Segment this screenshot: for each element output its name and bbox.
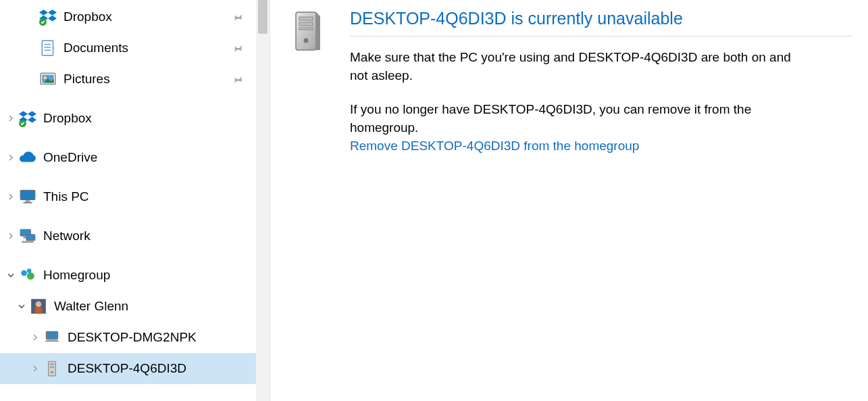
content-header: DESKTOP-4Q6DI3D is currently unavailable… xyxy=(286,8,852,171)
error-headline: DESKTOP-4Q6DI3D is currently unavailable xyxy=(350,8,852,37)
error-message-2-block: If you no longer have DESKTOP-4Q6DI3D, y… xyxy=(350,101,809,155)
chevron-right-icon[interactable] xyxy=(28,362,42,375)
svg-point-25 xyxy=(21,270,27,276)
quickaccess-item-dropbox[interactable]: Dropbox xyxy=(0,1,270,32)
tree-label: Network xyxy=(43,229,251,243)
chevron-right-icon[interactable] xyxy=(4,190,18,204)
pin-icon xyxy=(232,11,244,23)
sidebar-scrollbar[interactable] xyxy=(256,0,270,401)
navigation-pane: Dropbox Documents Pictures xyxy=(0,0,270,401)
svg-rect-39 xyxy=(299,17,313,20)
tree-item-network[interactable]: Network xyxy=(0,220,270,252)
svg-marker-0 xyxy=(39,9,48,16)
monitor-icon xyxy=(19,188,36,206)
svg-marker-3 xyxy=(48,16,57,22)
scrollbar-thumb[interactable] xyxy=(258,0,267,34)
svg-point-36 xyxy=(51,371,53,373)
chevron-right-icon[interactable] xyxy=(4,229,18,243)
dropbox-icon xyxy=(39,8,57,26)
svg-rect-23 xyxy=(24,237,26,238)
homegroup-icon xyxy=(19,266,36,284)
laptop-icon xyxy=(43,329,61,346)
svg-rect-41 xyxy=(299,28,313,30)
svg-rect-5 xyxy=(42,41,53,55)
tree-item-homegroup[interactable]: Homegroup xyxy=(0,260,270,291)
svg-marker-32 xyxy=(45,339,59,341)
svg-point-29 xyxy=(36,301,42,307)
user-avatar-icon xyxy=(30,298,47,315)
tree-item-homegroup-user[interactable]: Walter Glenn xyxy=(0,291,270,322)
remove-from-homegroup-link[interactable]: Remove DESKTOP-4Q6DI3D from the homegrou… xyxy=(350,139,639,153)
chevron-down-icon[interactable] xyxy=(4,268,18,282)
tree-label: DESKTOP-DMG2NPK xyxy=(68,330,251,345)
chevron-right-icon[interactable] xyxy=(28,331,42,344)
content-pane: DESKTOP-4Q6DI3D is currently unavailable… xyxy=(270,0,868,401)
tree-item-dropbox[interactable]: Dropbox xyxy=(0,103,270,134)
svg-rect-20 xyxy=(24,202,32,204)
documents-icon xyxy=(39,39,57,57)
pin-icon xyxy=(232,73,244,85)
svg-rect-40 xyxy=(299,22,313,26)
svg-rect-22 xyxy=(26,235,35,241)
tree-label: Homegroup xyxy=(43,268,251,283)
tree-item-machine-selected[interactable]: DESKTOP-4Q6DI3D xyxy=(0,353,270,384)
quickaccess-item-pictures[interactable]: Pictures xyxy=(0,64,270,95)
svg-point-11 xyxy=(44,76,47,79)
pictures-icon xyxy=(39,70,57,88)
tree-item-thispc[interactable]: This PC xyxy=(0,181,270,212)
computer-tower-icon xyxy=(286,11,330,54)
quickaccess-label: Documents xyxy=(63,41,232,55)
error-message-1: Make sure that the PC you're using and D… xyxy=(350,49,809,85)
tree-item-onedrive[interactable]: OneDrive xyxy=(0,142,270,173)
chevron-right-icon[interactable] xyxy=(4,112,18,125)
tree-label: DESKTOP-4Q6DI3D xyxy=(68,361,251,376)
tree-label: Dropbox xyxy=(43,111,251,126)
quickaccess-item-documents[interactable]: Documents xyxy=(0,32,270,64)
quickaccess-label: Dropbox xyxy=(63,9,232,24)
svg-marker-1 xyxy=(48,9,57,16)
error-message-2: If you no longer have DESKTOP-4Q6DI3D, y… xyxy=(350,102,751,135)
tree-label: Walter Glenn xyxy=(54,299,251,314)
svg-rect-30 xyxy=(35,307,43,314)
svg-rect-35 xyxy=(50,367,55,368)
quickaccess-label: Pictures xyxy=(63,72,232,87)
svg-marker-14 xyxy=(28,111,36,117)
svg-rect-18 xyxy=(20,190,35,199)
onedrive-icon xyxy=(19,149,36,166)
svg-marker-13 xyxy=(19,111,28,117)
tree-label: This PC xyxy=(43,189,251,204)
chevron-down-icon[interactable] xyxy=(15,300,28,313)
chevron-right-icon[interactable] xyxy=(4,151,18,164)
svg-marker-16 xyxy=(28,117,36,123)
network-icon xyxy=(19,227,36,245)
computer-tower-icon xyxy=(43,360,61,377)
pin-icon xyxy=(232,42,244,54)
tree-item-machine[interactable]: DESKTOP-DMG2NPK xyxy=(0,322,270,353)
content-body: DESKTOP-4Q6DI3D is currently unavailable… xyxy=(350,8,852,171)
svg-point-27 xyxy=(27,268,31,273)
svg-point-42 xyxy=(304,39,309,43)
tree-label: OneDrive xyxy=(43,150,251,165)
svg-rect-19 xyxy=(26,200,30,202)
svg-rect-31 xyxy=(46,331,57,339)
svg-marker-38 xyxy=(316,12,320,50)
svg-point-26 xyxy=(27,273,34,280)
dropbox-icon xyxy=(19,110,36,127)
svg-rect-34 xyxy=(50,363,55,364)
app-root: Dropbox Documents Pictures xyxy=(0,0,868,401)
